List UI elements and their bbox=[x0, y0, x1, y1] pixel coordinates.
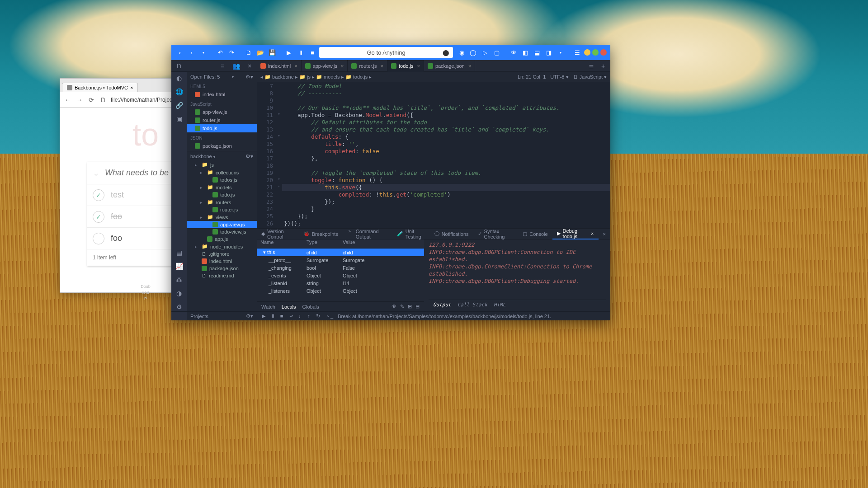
variable-row[interactable]: __proto__SurrogateSurrogate bbox=[257, 256, 424, 264]
gear-icon[interactable]: ⚙▾ bbox=[246, 313, 253, 319]
panel-tab[interactable]: 🐞Breakpoints bbox=[299, 229, 343, 239]
forward-icon[interactable]: → bbox=[75, 96, 84, 104]
var-tab[interactable]: Watch bbox=[261, 304, 275, 310]
list-icon[interactable]: ≣ bbox=[587, 61, 596, 70]
editor-tab[interactable]: app-view.js× bbox=[302, 60, 348, 72]
panel-right-icon[interactable]: ◨ bbox=[544, 47, 554, 58]
regex-icon[interactable]: ⁂ bbox=[175, 275, 184, 284]
open-file-item[interactable]: app-view.js bbox=[187, 108, 257, 116]
close-icon[interactable]: × bbox=[341, 63, 344, 69]
console-tab[interactable]: Call Stack bbox=[458, 302, 487, 308]
back-icon[interactable]: ← bbox=[64, 96, 72, 104]
chevron-down-icon[interactable]: ▾ bbox=[232, 75, 234, 79]
forward-button[interactable]: › bbox=[187, 47, 197, 58]
tree-folder[interactable]: ▸📁node_modules bbox=[187, 243, 257, 250]
continue-button[interactable]: ▶ bbox=[260, 313, 267, 319]
menu-icon[interactable]: ☰ bbox=[572, 47, 582, 58]
view-icon[interactable]: 👁 bbox=[509, 47, 519, 58]
checkbox[interactable]: ✓ bbox=[93, 189, 104, 201]
variable-row[interactable]: ▾ thischildchild bbox=[257, 249, 424, 256]
code-editor[interactable]: 789101112131415161718192021222324252627 … bbox=[257, 82, 610, 228]
tree-file[interactable]: todo-view.js bbox=[187, 228, 257, 235]
open-file-item[interactable]: router.js bbox=[187, 116, 257, 124]
tree-file[interactable]: index.html bbox=[187, 258, 257, 265]
reload-icon[interactable]: ⟳ bbox=[87, 96, 95, 104]
new-file-button[interactable]: 🗋 bbox=[244, 47, 254, 58]
close-icon[interactable]: × bbox=[591, 231, 594, 236]
variable-row[interactable]: _changingboolFalse bbox=[257, 264, 424, 272]
redo-button[interactable]: ↷ bbox=[227, 47, 237, 58]
close-icon[interactable]: × bbox=[417, 63, 420, 69]
open-file-item[interactable]: todo.js bbox=[187, 124, 257, 132]
var-tab[interactable]: Locals bbox=[282, 304, 296, 310]
panel-tab[interactable]: ＞_Command Output bbox=[343, 229, 392, 239]
language-mode[interactable]: 🗋 JavaScript ▾ bbox=[573, 74, 607, 80]
close-icon[interactable]: × bbox=[294, 63, 297, 69]
close-icon[interactable]: × bbox=[468, 63, 471, 69]
open-file-item[interactable]: index.html bbox=[187, 90, 257, 99]
tree-file[interactable]: package.json bbox=[187, 265, 257, 272]
tree-file[interactable]: app.js bbox=[187, 235, 257, 243]
frame-icon[interactable]: ▣ bbox=[175, 114, 184, 123]
minimize-button[interactable] bbox=[584, 49, 590, 56]
console-tab[interactable]: HTML bbox=[494, 302, 506, 308]
undo-button[interactable]: ↶ bbox=[215, 47, 225, 58]
database-icon[interactable]: ≡ bbox=[218, 61, 227, 70]
save-macro-icon[interactable]: ▢ bbox=[492, 47, 502, 58]
goto-anything-input[interactable]: Go to Anything ⬤ bbox=[319, 47, 453, 58]
fold-icon[interactable]: ▸ bbox=[200, 200, 205, 205]
fold-icon[interactable]: ▸ bbox=[200, 215, 205, 220]
color-icon[interactable]: ◑ bbox=[175, 289, 184, 298]
pause-button[interactable]: ⏸ bbox=[296, 47, 306, 58]
panel-bottom-icon[interactable]: ⬓ bbox=[532, 47, 542, 58]
chevron-down-icon[interactable]: ⌄ bbox=[93, 168, 99, 178]
variable-row[interactable]: _listenersObjectObject bbox=[257, 287, 424, 295]
dropdown-icon[interactable]: ▾ bbox=[198, 47, 208, 58]
pause-button[interactable]: ⏸ bbox=[269, 313, 276, 319]
project-header[interactable]: backbone ▾ ⚙▾ bbox=[187, 151, 257, 161]
step-over-button[interactable]: ⤻ bbox=[288, 313, 294, 319]
fold-icon[interactable]: ▸ bbox=[200, 170, 205, 175]
editor-tab[interactable]: router.js× bbox=[348, 60, 387, 72]
back-button[interactable]: ‹ bbox=[175, 47, 185, 58]
var-tab[interactable]: Globals bbox=[302, 304, 319, 310]
step-into-button[interactable]: ↓ bbox=[297, 313, 303, 319]
stop-record-icon[interactable]: ◯ bbox=[468, 47, 478, 58]
add-icon[interactable]: + bbox=[599, 61, 608, 70]
save-button[interactable]: 💾 bbox=[267, 47, 277, 58]
gear-icon[interactable]: ⚙▾ bbox=[245, 74, 253, 80]
close-button[interactable] bbox=[600, 49, 607, 56]
restart-button[interactable]: ↻ bbox=[315, 313, 321, 319]
projects-footer[interactable]: Projects ⚙▾ bbox=[187, 311, 257, 320]
editor-tab[interactable]: package.json× bbox=[424, 60, 475, 72]
panel-left-icon[interactable]: ◧ bbox=[520, 47, 530, 58]
stop-button[interactable]: ■ bbox=[307, 47, 317, 58]
komodo-icon[interactable]: ◐ bbox=[175, 74, 184, 83]
chart-icon[interactable]: 📈 bbox=[175, 262, 184, 271]
panel-tab[interactable]: ◆Version Control bbox=[257, 229, 299, 239]
tree-file[interactable]: router.js bbox=[187, 206, 257, 213]
tree-folder[interactable]: ▸📁views bbox=[187, 213, 257, 221]
fold-icon[interactable]: ▸ bbox=[195, 163, 199, 167]
tree-folder[interactable]: ▸📁js bbox=[187, 161, 257, 169]
browser-tab[interactable]: Backbone.js • TodoMVC × bbox=[62, 83, 138, 92]
dropdown-icon[interactable]: ▾ bbox=[556, 47, 566, 58]
editor-tab[interactable]: index.html× bbox=[257, 60, 302, 72]
panel-tab[interactable]: ▶Debug: todo.js× bbox=[552, 229, 599, 239]
panel-tab[interactable]: ⓘNotifications bbox=[430, 229, 473, 239]
panel-tab[interactable]: 🧪Unit Testing bbox=[392, 229, 430, 239]
tree-folder[interactable]: ▸📁models bbox=[187, 183, 257, 191]
variable-row[interactable]: _listenIdstringl14 bbox=[257, 279, 424, 287]
tree-file[interactable]: app-view.js bbox=[187, 221, 257, 228]
add-icon[interactable]: ⊞ bbox=[408, 304, 412, 310]
tree-file[interactable]: todos.js bbox=[187, 176, 257, 183]
record-icon[interactable]: ◉ bbox=[457, 47, 467, 58]
tree-folder[interactable]: ▸📁routers bbox=[187, 198, 257, 206]
step-out-button[interactable]: ↑ bbox=[306, 313, 312, 319]
variable-row[interactable]: _eventsObjectObject bbox=[257, 272, 424, 279]
tree-file[interactable]: todo.js bbox=[187, 191, 257, 198]
encoding[interactable]: UTF-8 ▾ bbox=[550, 74, 568, 80]
link-icon[interactable]: 🔗 bbox=[175, 101, 184, 110]
gear-icon[interactable]: ⚙▾ bbox=[245, 153, 253, 160]
play-button[interactable]: ▶ bbox=[284, 47, 294, 58]
